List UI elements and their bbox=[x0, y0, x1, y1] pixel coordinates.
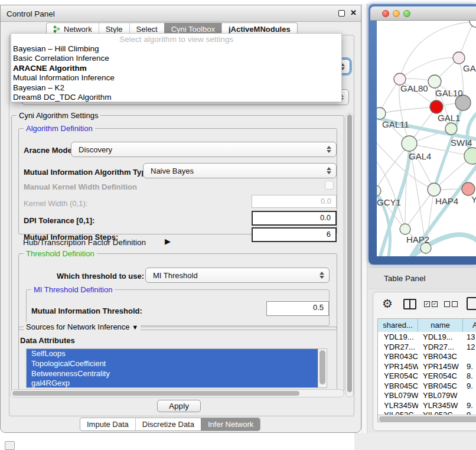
close-panel-icon[interactable]: ✕ bbox=[350, 8, 357, 17]
data-attributes-list[interactable]: SelfLoops TopologicalCoefficient Between… bbox=[26, 348, 327, 388]
list-item[interactable]: SelfLoops bbox=[27, 349, 318, 359]
hub-definition-label[interactable]: Hub/Transcription Factor Definition bbox=[23, 238, 146, 247]
threshold-definition-group: Threshold Definition Which threshold to … bbox=[18, 253, 337, 330]
application-root: GAL GAL80 GAL10 GAL1 GAL11 SWI4 GAL4 GCY… bbox=[0, 0, 476, 450]
collapse-right-icon[interactable]: ▶ bbox=[165, 237, 171, 246]
close-window-icon[interactable] bbox=[382, 10, 389, 17]
zoom-window-icon[interactable] bbox=[403, 10, 410, 17]
algorithm-option[interactable]: Bayesian – Hill Climbing bbox=[11, 44, 341, 54]
apply-button[interactable]: Apply bbox=[157, 400, 201, 412]
mi-threshold-group-title: MI Threshold Definition bbox=[31, 285, 115, 294]
aracne-mode-combobox[interactable]: Discovery bbox=[71, 142, 337, 157]
splitpane-divider[interactable] bbox=[361, 4, 367, 433]
algorithm-option[interactable]: Basic Correlation Inference bbox=[11, 54, 341, 63]
node-red-selected[interactable] bbox=[430, 100, 443, 113]
mi-threshold-input[interactable]: 0.5 bbox=[266, 301, 329, 316]
settings-horizontal-scrollbar[interactable] bbox=[10, 389, 344, 397]
sources-title-text: Sources for Network Inference bbox=[26, 322, 130, 331]
node-green-mid[interactable] bbox=[445, 123, 457, 135]
combobox-stepper-icon bbox=[327, 146, 331, 153]
list-vertical-scrollbar[interactable] bbox=[318, 349, 327, 387]
node-top-partial[interactable] bbox=[470, 21, 476, 27]
mi-algorithm-type-combobox[interactable]: Naive Bayes bbox=[143, 163, 337, 178]
which-threshold-combobox[interactable]: MI Threshold bbox=[145, 268, 330, 283]
algorithm-option-selected[interactable]: ARACNE Algorithm bbox=[11, 64, 341, 73]
node-gal11[interactable] bbox=[377, 107, 386, 119]
network-icon bbox=[53, 25, 61, 33]
mi-steps-input[interactable]: 6 bbox=[252, 227, 337, 242]
tab-infer-network[interactable]: Infer Network bbox=[201, 418, 260, 431]
mi-algorithm-type-label: Mutual Information Algorithm Type: bbox=[24, 168, 153, 177]
node-gcy1[interactable] bbox=[377, 185, 381, 196]
table-row[interactable]: YBL079W YBL079W bbox=[378, 391, 476, 401]
svg-text:GAL80: GAL80 bbox=[400, 83, 428, 93]
tab-impute-data[interactable]: Impute Data bbox=[80, 418, 135, 431]
table-row[interactable]: YER054C YER054C 8. bbox=[378, 371, 476, 381]
kernel-width-input[interactable]: 0.0 bbox=[252, 195, 337, 208]
table-panel-titlebar: Table Panel bbox=[367, 267, 476, 289]
dpi-tolerance-label: DPI Tolerance [0,1]: bbox=[24, 216, 94, 225]
node-gal-pink[interactable] bbox=[453, 52, 465, 64]
node-gal10[interactable] bbox=[428, 75, 441, 88]
control-panel-titlebar[interactable]: Control Panel ✕ bbox=[1, 5, 361, 22]
list-item[interactable]: BetweennessCentrality bbox=[27, 369, 318, 379]
network-view-window[interactable]: GAL GAL80 GAL10 GAL1 GAL11 SWI4 GAL4 GCY… bbox=[369, 4, 476, 265]
algorithm-dropdown-popup: Select algorithm to view settings Bayesi… bbox=[11, 33, 342, 102]
float-panel-icon[interactable] bbox=[338, 10, 345, 17]
select-all-columns-icon[interactable]: ✓ ✓ bbox=[424, 301, 438, 307]
settings-scroll-region: Cyni Algorithm Settings Algorithm Defini… bbox=[10, 110, 354, 399]
node-hap4[interactable] bbox=[428, 183, 441, 196]
table-panel: ⚙ ✓ ✓ shared... name A YDL19... bbox=[373, 292, 476, 431]
svg-text:HAP2: HAP2 bbox=[406, 234, 429, 244]
bottom-right-background bbox=[354, 433, 476, 450]
manual-kernel-width-label: Manual Kernel Width Definition bbox=[24, 182, 137, 191]
table-row[interactable]: YDR27... YDR27... 12 bbox=[378, 343, 476, 353]
column-header-clipped[interactable]: A bbox=[463, 319, 476, 332]
sources-group-title[interactable]: Sources for Network Inference ▼ bbox=[24, 322, 141, 331]
node-hap2[interactable] bbox=[400, 224, 410, 234]
gear-icon[interactable]: ⚙ bbox=[382, 296, 393, 311]
network-canvas[interactable]: GAL GAL80 GAL10 GAL1 GAL11 SWI4 GAL4 GCY… bbox=[377, 21, 476, 256]
settings-vertical-scrollbar[interactable] bbox=[345, 113, 354, 397]
list-item[interactable]: TopologicalCoefficient bbox=[27, 359, 318, 369]
svg-text:SWI4: SWI4 bbox=[451, 138, 472, 148]
algorithm-option[interactable]: Bayesian – K2 bbox=[11, 83, 341, 93]
control-panel-title: Control Panel bbox=[6, 9, 55, 18]
svg-text:GAL11: GAL11 bbox=[382, 119, 409, 129]
which-threshold-label: Which threshold to use: bbox=[57, 272, 144, 281]
column-header-name[interactable]: name bbox=[418, 319, 463, 332]
minimize-window-icon[interactable] bbox=[393, 10, 400, 17]
minimized-panel-icon[interactable] bbox=[5, 441, 15, 450]
algorithm-option[interactable]: Mutual Information Inference bbox=[11, 73, 341, 83]
manual-kernel-width-checkbox[interactable] bbox=[325, 181, 334, 190]
table-row[interactable]: YBR043C YBR043C bbox=[378, 352, 476, 362]
column-header-shared-name[interactable]: shared... bbox=[378, 319, 418, 332]
combobox-stepper-icon bbox=[327, 167, 331, 174]
svg-text:GAL1: GAL1 bbox=[438, 113, 460, 123]
deselect-all-columns-icon[interactable] bbox=[444, 301, 458, 307]
table-row[interactable]: YDL19... YDL19... 13 bbox=[378, 332, 476, 343]
dpi-tolerance-input[interactable]: 0.0 bbox=[252, 211, 337, 226]
combobox-stepper-icon bbox=[319, 272, 324, 279]
list-item[interactable]: gal4RGexp bbox=[27, 379, 318, 388]
algorithm-definition-group: Algorithm Definition Aracne Mode: Discov… bbox=[18, 128, 337, 234]
node-gal4[interactable] bbox=[402, 136, 417, 151]
table-horizontal-scrollbar[interactable] bbox=[378, 415, 476, 422]
table-row[interactable]: YPR145W YPR145W 9. bbox=[378, 362, 476, 372]
new-table-icon[interactable] bbox=[467, 297, 476, 310]
network-graph: GAL GAL80 GAL10 GAL1 GAL11 SWI4 GAL4 GCY… bbox=[377, 21, 476, 256]
mi-threshold-label: Mutual Information Threshold: bbox=[31, 306, 142, 315]
table-row[interactable]: YBR045C YBR045C 9. bbox=[378, 381, 476, 392]
svg-text:HAP4: HAP4 bbox=[435, 196, 458, 206]
node-salmon[interactable] bbox=[462, 182, 475, 195]
collapse-down-icon[interactable]: ▼ bbox=[132, 324, 138, 331]
algorithm-popup-hint: Select algorithm to view settings bbox=[11, 35, 341, 44]
data-attributes-label: Data Attributes bbox=[20, 336, 75, 345]
tab-discretize-data[interactable]: Discretize Data bbox=[135, 418, 201, 431]
node-table: shared... name A YDL19... YDL19... 13 YD… bbox=[377, 318, 476, 422]
algorithm-option[interactable]: Dream8 DC_TDC Algorithm bbox=[11, 93, 341, 102]
svg-text:GCY1: GCY1 bbox=[377, 197, 401, 207]
table-row[interactable]: YLR345W YLR345W 9. bbox=[378, 401, 476, 411]
network-window-titlebar[interactable] bbox=[370, 6, 476, 21]
split-columns-icon[interactable] bbox=[403, 299, 416, 309]
